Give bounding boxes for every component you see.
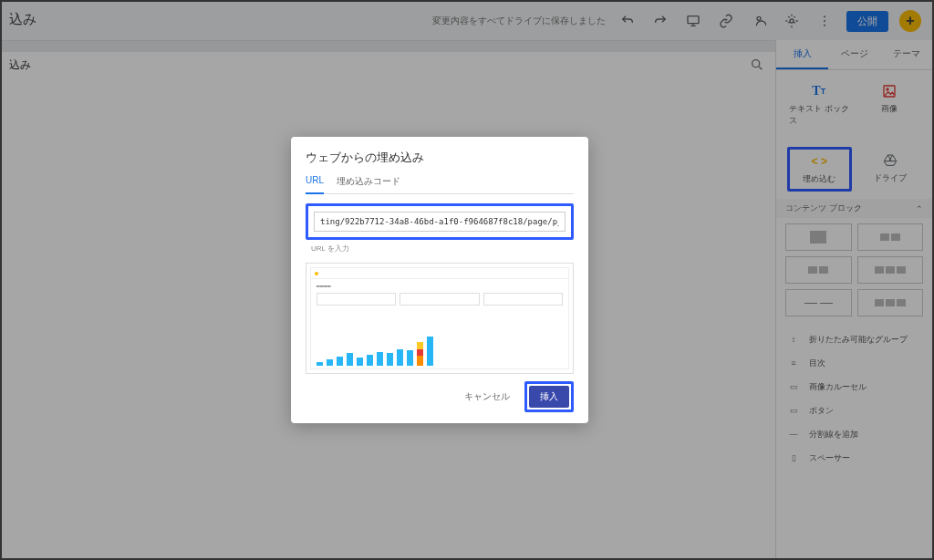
preview-thumbnail: ━━━━ <box>310 267 569 369</box>
embed-url-input[interactable] <box>314 212 566 232</box>
embed-from-web-dialog: ウェブからの埋め込み URL 埋め込みコード URL を入力 ━━━━ <box>291 137 588 423</box>
dialog-actions: キャンセル 挿入 <box>306 381 574 412</box>
insert-button[interactable]: 挿入 <box>529 386 569 408</box>
embed-preview: ━━━━ <box>306 263 574 374</box>
preview-chart <box>317 329 563 366</box>
preview-kpi-row <box>317 293 563 306</box>
modal-overlay: ウェブからの埋め込み URL 埋め込みコード URL を入力 ━━━━ <box>2 2 932 558</box>
insert-button-highlight: 挿入 <box>524 381 574 412</box>
preview-title-placeholder: ━━━━ <box>317 283 563 289</box>
dialog-tabs: URL 埋め込みコード <box>306 175 574 194</box>
preview-header <box>311 268 568 279</box>
url-hint-text: URL を入力 <box>306 242 574 259</box>
dialog-tab-url[interactable]: URL <box>306 175 324 194</box>
dialog-title: ウェブからの埋め込み <box>306 150 574 166</box>
url-input-highlight <box>306 203 574 240</box>
cancel-button[interactable]: キャンセル <box>457 385 517 409</box>
dialog-tab-code[interactable]: 埋め込みコード <box>337 175 400 193</box>
